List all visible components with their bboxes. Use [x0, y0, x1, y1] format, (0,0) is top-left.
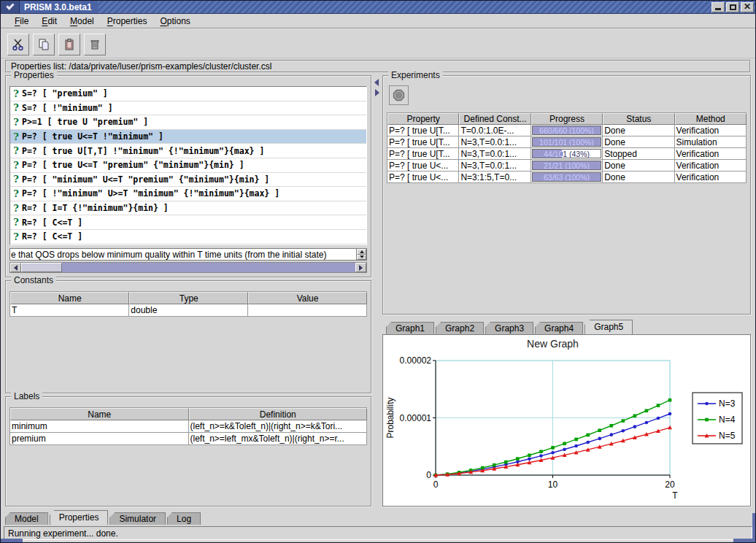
- collapse-right-icon[interactable]: [375, 89, 379, 96]
- tab-simulator[interactable]: Simulator: [109, 512, 166, 525]
- svg-text:20: 20: [665, 480, 675, 490]
- cell-status: Done: [603, 172, 674, 183]
- tab-graph3[interactable]: Graph3: [485, 322, 533, 334]
- comment-scrollbar-vertical[interactable]: [356, 249, 366, 260]
- window-menu-button[interactable]: [1, 1, 20, 13]
- cell-property: P=? [ true U[T...: [387, 148, 459, 160]
- svg-text:N=3: N=3: [719, 398, 736, 409]
- property-row[interactable]: ?P=? [ true U<=T "premium" {"minimum"}{m…: [10, 158, 366, 173]
- window-resize-corner-left[interactable]: [1, 539, 23, 542]
- column-header-type[interactable]: Type: [129, 292, 248, 304]
- property-comment-text: e that QOS drops below minimum quality w…: [10, 250, 356, 260]
- collapse-left-icon[interactable]: [374, 79, 379, 86]
- tab-graph5[interactable]: Graph5: [585, 320, 633, 334]
- cell-constants: N=3,T=0.0:1...: [459, 136, 531, 148]
- comment-scrollbar-horizontal[interactable]: [9, 262, 367, 273]
- column-header-defined-const-[interactable]: Defined Const...: [459, 113, 531, 125]
- svg-text:10: 10: [548, 480, 558, 490]
- tab-log[interactable]: Log: [167, 512, 201, 525]
- constant-row[interactable]: Tdouble: [10, 304, 367, 317]
- cell-status: Done: [603, 136, 674, 148]
- property-row[interactable]: ?P>=1 [ true U "premium" ]: [10, 115, 366, 130]
- cell-progress: 660/660 (100%)660/660 (100%): [531, 125, 603, 136]
- table-header-row: NameTypeValue: [10, 292, 367, 304]
- menu-model[interactable]: Model: [63, 15, 101, 28]
- toolbar: [1, 31, 755, 58]
- properties-list: ?S=? [ "premium" ]?S=? [ !"minimum" ]?P>…: [9, 86, 367, 245]
- column-header-method[interactable]: Method: [675, 113, 747, 125]
- property-text: P=? [ true U<=T "premium" {"minimum"}{mi…: [22, 160, 244, 170]
- experiment-row[interactable]: P=? [ true U[T...T=0.0:1.0E-...660/660 (…: [387, 125, 747, 136]
- tab-graph1[interactable]: Graph1: [386, 322, 434, 334]
- maximize-icon: [730, 4, 736, 10]
- label-row[interactable]: minimum(left_n>=k&Toleft_n)|(right_n>=k&…: [10, 420, 367, 433]
- cell-property: P=? [ true U[T...: [387, 125, 459, 136]
- cell-method: Simulation: [675, 136, 747, 148]
- maximize-button[interactable]: [726, 2, 739, 12]
- tab-model[interactable]: Model: [5, 512, 48, 525]
- column-header-name[interactable]: Name: [10, 292, 129, 304]
- menu-file[interactable]: File: [8, 15, 35, 28]
- split-pane-divider[interactable]: [372, 75, 382, 507]
- cell: (left_n>=k&Toleft_n)|(right_n>=k&Tori...: [189, 420, 368, 433]
- scroll-up-button[interactable]: [357, 249, 366, 255]
- cell-constants: N=3,T=0.0:1...: [459, 148, 531, 160]
- experiment-row[interactable]: P=? [ true U[T...N=3,T=0.0:1...101/101 (…: [387, 136, 747, 148]
- scrollbar-thumb[interactable]: [21, 263, 62, 272]
- cell: T: [10, 304, 129, 317]
- minimize-button[interactable]: [711, 2, 725, 12]
- experiment-row[interactable]: P=? [ true U<...N=3:1:5,T=0...63/63 (100…: [387, 172, 747, 183]
- property-text: S=? [ !"minimum" ]: [22, 103, 113, 113]
- property-row[interactable]: ?R=? [ C<=T ]: [10, 230, 366, 244]
- property-row[interactable]: ?P=? [ true U<=T !"minimum" ]: [10, 130, 366, 145]
- menu-properties[interactable]: Properties: [101, 15, 154, 28]
- property-row[interactable]: ?R=? [ C<=T ]: [10, 215, 366, 230]
- property-text: P=? [ true U[T,T] !"minimum" {!"minimum"…: [22, 146, 264, 156]
- property-comment-field[interactable]: e that QOS drops below minimum quality w…: [9, 248, 367, 261]
- scroll-left-button[interactable]: [10, 263, 21, 272]
- tab-properties[interactable]: Properties: [50, 510, 109, 525]
- property-row[interactable]: ?R=? [ I=T {!"minimum"}{min} ]: [10, 201, 366, 216]
- tab-graph2[interactable]: Graph2: [436, 322, 484, 334]
- property-row[interactable]: ?S=? [ !"minimum" ]: [10, 101, 366, 116]
- properties-list-path: Properties list: /data/private/luser/pri…: [5, 60, 751, 73]
- scrollbar-track[interactable]: [62, 263, 355, 272]
- delete-button[interactable]: [84, 34, 106, 55]
- column-header-definition[interactable]: Definition: [189, 408, 368, 420]
- paste-button[interactable]: [58, 34, 80, 55]
- cut-button[interactable]: [7, 34, 29, 55]
- arrow-up-icon: [360, 250, 364, 253]
- prism-window: PRISM 3.0.beta1 ✕ FileEditModelPropertie…: [0, 0, 756, 543]
- property-row[interactable]: ?P=? [ true U[T,T] !"minimum" {!"minimum…: [10, 144, 366, 158]
- experiment-row[interactable]: P=? [ true U<...N=3,T=0.0:1...21/21 (100…: [387, 160, 747, 172]
- title-bar[interactable]: PRISM 3.0.beta1 ✕: [1, 1, 755, 14]
- question-mark-icon: ?: [10, 174, 22, 185]
- menu-options[interactable]: Options: [153, 15, 196, 28]
- cell: premium: [10, 433, 189, 445]
- stop-experiment-button[interactable]: [389, 85, 409, 105]
- cell-method: Verification: [675, 148, 747, 160]
- experiment-row[interactable]: P=? [ true U[T...N=3,T=0.0:1...44/101 (4…: [387, 148, 747, 160]
- progress-bar: 44/101 (43%)44/101 (43%): [532, 149, 601, 158]
- property-row[interactable]: ?S=? [ "premium" ]: [10, 87, 366, 101]
- properties-group: Properties ?S=? [ "premium" ]?S=? [ !"mi…: [5, 75, 371, 277]
- copy-button[interactable]: [33, 34, 55, 55]
- column-header-value[interactable]: Value: [248, 292, 367, 304]
- close-button[interactable]: ✕: [741, 2, 754, 12]
- column-header-status[interactable]: Status: [603, 113, 674, 125]
- cell-constants: N=3,T=0.0:1...: [459, 160, 531, 172]
- scroll-right-button[interactable]: [355, 263, 366, 272]
- progress-text: 21/21 (100%): [533, 161, 601, 169]
- scroll-down-button[interactable]: [357, 255, 366, 261]
- experiments-group-title: Experiments: [388, 70, 443, 80]
- menu-edit[interactable]: Edit: [35, 15, 63, 28]
- window-resize-edge[interactable]: [752, 513, 755, 542]
- property-row[interactable]: ?P=? [ !"minimum" U>=T "minimum" {!"mini…: [10, 187, 366, 201]
- column-header-name[interactable]: Name: [10, 408, 189, 420]
- property-row[interactable]: ?P=? [ "minimum" U<=T "premium" {"minimu…: [10, 173, 366, 188]
- column-header-property[interactable]: Property: [387, 113, 459, 125]
- column-header-progress[interactable]: Progress: [531, 113, 603, 125]
- tab-graph4[interactable]: Graph4: [535, 322, 583, 334]
- bottom-tabs: ModelPropertiesSimulatorLog: [5, 509, 202, 525]
- label-row[interactable]: premium(left_n>=left_mx&Toleft_n)|(right…: [10, 433, 367, 445]
